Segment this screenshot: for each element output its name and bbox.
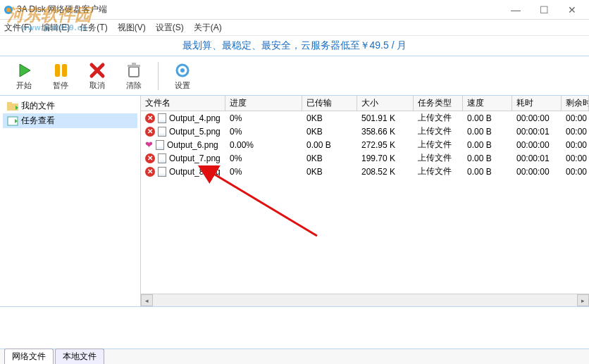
cell-type: 上传文件 bbox=[414, 112, 463, 124]
cell-remain: 00:00 bbox=[562, 140, 589, 150]
gear-icon bbox=[173, 61, 192, 80]
cell-speed: 0.00 B bbox=[463, 140, 512, 150]
sidebar-item-label: 我的文件 bbox=[21, 100, 55, 112]
cell-size: 501.91 K bbox=[357, 113, 414, 123]
table-row[interactable]: ❤Output_6.png0.00%0.00 B272.95 K上传文件0.00… bbox=[141, 138, 589, 151]
cell-speed: 0.00 B bbox=[463, 113, 512, 123]
cell-transferred: 0KB bbox=[302, 127, 357, 137]
sidebar: 我的文件 任务查看 bbox=[0, 96, 141, 306]
tab-local-files[interactable]: 本地文件 bbox=[55, 349, 104, 364]
menu-edit[interactable]: 编辑(E) bbox=[42, 22, 70, 34]
cell-filename: Output_4.png bbox=[169, 113, 221, 123]
col-time[interactable]: 耗时 bbox=[512, 96, 562, 111]
horizontal-scrollbar[interactable]: ◂ ▸ bbox=[141, 294, 589, 306]
cell-transferred: 0.00 B bbox=[302, 140, 357, 150]
cell-size: 272.95 K bbox=[357, 140, 414, 150]
trash-icon bbox=[124, 61, 144, 80]
cell-transferred: 0KB bbox=[302, 153, 357, 163]
clear-button[interactable]: 清除 bbox=[118, 59, 149, 93]
table-row[interactable]: ✕Output_8.png0%0KB208.52 K上传文件0.00 B00:0… bbox=[141, 165, 589, 178]
cell-type: 上传文件 bbox=[414, 125, 463, 137]
tab-network-files[interactable]: 网络文件 bbox=[4, 349, 54, 364]
menu-task[interactable]: 任务(T) bbox=[80, 22, 107, 34]
cancel-button[interactable]: 取消 bbox=[82, 59, 113, 93]
table-body: ✕Output_4.png0%0KB501.91 K上传文件0.00 B00:0… bbox=[141, 111, 589, 294]
cell-size: 199.70 K bbox=[357, 153, 414, 163]
main-area: 我的文件 任务查看 文件名 进度 已传输 大小 任务类型 速度 耗时 剩余时 ✕… bbox=[0, 96, 589, 307]
close-button[interactable]: ✕ bbox=[558, 0, 586, 20]
error-icon: ✕ bbox=[145, 167, 155, 177]
cell-transferred: 0KB bbox=[302, 167, 357, 177]
col-filename[interactable]: 文件名 bbox=[141, 96, 225, 111]
cell-progress: 0% bbox=[225, 127, 302, 137]
cell-progress: 0% bbox=[225, 113, 302, 123]
cell-time: 00:00:01 bbox=[512, 127, 562, 137]
col-remain[interactable]: 剩余时 bbox=[562, 96, 589, 111]
cell-time: 00:00:00 bbox=[512, 167, 562, 177]
svg-rect-3 bbox=[55, 64, 60, 77]
table-header: 文件名 进度 已传输 大小 任务类型 速度 耗时 剩余时 bbox=[141, 96, 589, 111]
sidebar-item-myfiles[interactable]: 我的文件 bbox=[3, 99, 137, 113]
window-title: 3A Disk 网络硬盘客户端 bbox=[17, 4, 502, 15]
maximize-button[interactable]: ☐ bbox=[530, 0, 558, 20]
cell-transferred: 0KB bbox=[302, 113, 357, 123]
menu-about[interactable]: 关于(A) bbox=[194, 22, 222, 34]
table-row[interactable]: ✕Output_5.png0%0KB358.66 K上传文件0.00 B00:0… bbox=[141, 125, 589, 138]
cell-speed: 0.00 B bbox=[463, 127, 512, 137]
play-icon bbox=[14, 61, 34, 80]
cell-filename: Output_8.png bbox=[169, 167, 221, 177]
cell-remain: 00:00 bbox=[562, 127, 589, 137]
heart-icon: ❤ bbox=[145, 139, 153, 150]
menu-settings[interactable]: 设置(S) bbox=[156, 22, 184, 34]
cell-time: 00:00:00 bbox=[512, 113, 562, 123]
error-icon: ✕ bbox=[145, 113, 155, 123]
error-icon: ✕ bbox=[145, 127, 155, 137]
pause-button[interactable]: 暂停 bbox=[45, 59, 76, 93]
task-table: 文件名 进度 已传输 大小 任务类型 速度 耗时 剩余时 ✕Output_4.p… bbox=[141, 96, 589, 306]
file-icon bbox=[158, 167, 166, 177]
svg-rect-9 bbox=[132, 63, 136, 65]
cell-size: 358.66 K bbox=[357, 127, 414, 137]
col-size[interactable]: 大小 bbox=[357, 96, 414, 111]
task-icon bbox=[7, 115, 18, 127]
col-speed[interactable]: 速度 bbox=[463, 96, 512, 111]
cell-speed: 0.00 B bbox=[463, 167, 512, 177]
svg-point-1 bbox=[6, 8, 11, 12]
table-row[interactable]: ✕Output_7.png0%0KB199.70 K上传文件0.00 B00:0… bbox=[141, 151, 589, 165]
col-transferred[interactable]: 已传输 bbox=[302, 96, 357, 111]
settings-button[interactable]: 设置 bbox=[167, 59, 198, 93]
scroll-left-button[interactable]: ◂ bbox=[141, 294, 153, 306]
toolbar-separator bbox=[158, 62, 159, 90]
col-progress[interactable]: 进度 bbox=[225, 96, 302, 111]
promo-banner[interactable]: 最划算、最稳定、最安全，云服务器低至￥49.5 / 月 bbox=[0, 35, 589, 56]
col-type[interactable]: 任务类型 bbox=[414, 96, 463, 111]
svg-rect-4 bbox=[62, 64, 67, 77]
menu-view[interactable]: 视图(V) bbox=[118, 22, 146, 34]
cell-filename: Output_5.png bbox=[169, 127, 221, 137]
file-icon bbox=[156, 140, 164, 150]
cell-type: 上传文件 bbox=[414, 165, 463, 177]
table-row[interactable]: ✕Output_4.png0%0KB501.91 K上传文件0.00 B00:0… bbox=[141, 111, 589, 125]
svg-rect-8 bbox=[128, 65, 140, 67]
pause-icon bbox=[51, 61, 70, 80]
cell-remain: 00:00 bbox=[562, 153, 589, 163]
svg-marker-2 bbox=[20, 64, 30, 77]
menu-file[interactable]: 文件(F) bbox=[4, 22, 32, 34]
start-button[interactable]: 开始 bbox=[8, 59, 39, 93]
cell-progress: 0% bbox=[225, 167, 302, 177]
cell-type: 上传文件 bbox=[414, 139, 463, 151]
menu-bar: 文件(F) 编辑(E) 任务(T) 视图(V) 设置(S) 关于(A) bbox=[0, 20, 589, 35]
lower-panel bbox=[0, 307, 589, 349]
file-icon bbox=[158, 113, 166, 123]
cell-progress: 0% bbox=[225, 153, 302, 163]
cell-time: 00:00:00 bbox=[512, 140, 562, 150]
svg-rect-13 bbox=[7, 102, 12, 105]
cell-remain: 00:00 bbox=[562, 113, 589, 123]
scroll-right-button[interactable]: ▸ bbox=[577, 294, 589, 306]
sidebar-item-tasks[interactable]: 任务查看 bbox=[3, 113, 137, 128]
scroll-track[interactable] bbox=[153, 294, 577, 306]
svg-point-11 bbox=[180, 68, 185, 73]
minimize-button[interactable]: — bbox=[502, 0, 530, 20]
cancel-icon bbox=[87, 61, 107, 80]
cell-progress: 0.00% bbox=[225, 140, 302, 150]
